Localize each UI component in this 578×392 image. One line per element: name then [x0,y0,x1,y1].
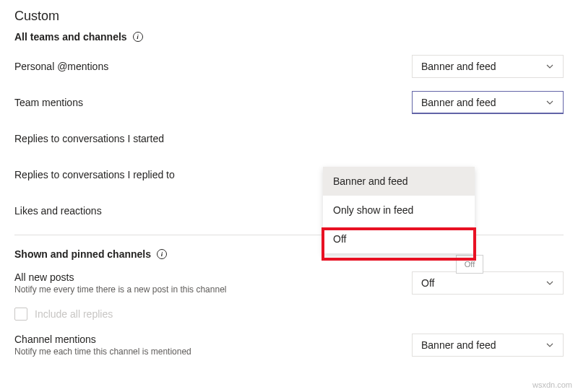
row-channel-mentions: Channel mentions Notify me each time thi… [14,334,564,358]
label-likes-reactions: Likes and reactions [14,205,102,217]
dropdown-value: Banner and feed [421,339,545,351]
dropdown-option-only-feed[interactable]: Only show in feed [323,196,475,225]
row-replies-started: Replies to conversations I started [14,126,564,151]
section-all-teams-title: All teams and channels [14,31,127,43]
dropdown-channel-mentions[interactable]: Banner and feed [412,334,564,357]
label-team-mentions: Team mentions [14,97,83,108]
section-divider [14,235,564,235]
label-replies-replied: Replies to conversations I replied to [14,169,175,180]
dropdown-popup: Banner and feed Only show in feed Off [323,167,475,253]
row-all-new-posts: All new posts Notify me every time there… [14,271,564,296]
select-peek-box: Off [456,255,483,274]
dropdown-personal-mentions[interactable]: Banner and feed [412,55,564,78]
row-replies-replied: Replies to conversations I replied to [14,162,564,187]
dropdown-team-mentions[interactable]: Banner and feed [412,91,564,114]
info-icon[interactable]: i [157,249,167,259]
row-personal-mentions: Personal @mentions Banner and feed [14,54,564,79]
row-include-replies: Include all replies [14,308,564,321]
dropdown-all-new-posts[interactable]: Off [412,271,564,295]
chevron-down-icon [545,98,554,107]
dropdown-value: Banner and feed [421,97,545,108]
row-team-mentions: Team mentions Banner and feed [14,90,564,115]
sub-channel-mentions: Notify me each time this channel is ment… [14,347,191,357]
checkbox-include-replies [14,308,27,321]
chevron-down-icon [545,62,554,71]
row-likes-reactions: Likes and reactions [14,199,564,223]
label-replies-started: Replies to conversations I started [14,133,164,144]
info-icon[interactable]: i [133,32,143,42]
dropdown-option-off[interactable]: Off [323,225,475,253]
dropdown-value: Off [421,277,545,289]
label-channel-mentions: Channel mentions [14,334,191,345]
label-all-new-posts: All new posts [14,271,226,283]
section-all-teams-header: All teams and channels i [14,31,564,43]
label-include-replies: Include all replies [35,308,113,320]
dropdown-option-banner-feed[interactable]: Banner and feed [323,167,475,196]
chevron-down-icon [545,279,554,287]
chevron-down-icon [545,341,554,349]
page-title: Custom [14,9,564,24]
dropdown-value: Banner and feed [421,61,545,72]
label-personal-mentions: Personal @mentions [14,61,108,72]
sub-all-new-posts: Notify me every time there is a new post… [14,284,226,295]
section-pinned-title: Shown and pinned channels [14,248,151,260]
